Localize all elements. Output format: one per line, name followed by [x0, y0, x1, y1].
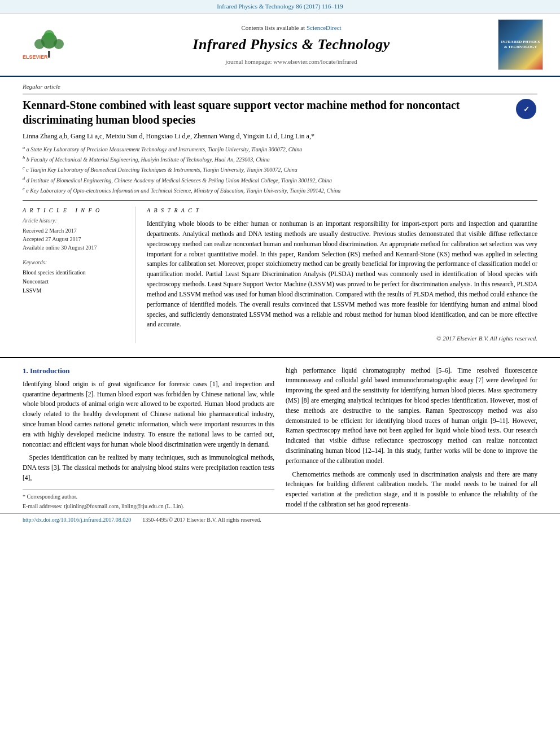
keyword-1: Blood species identification: [23, 268, 126, 277]
accepted-date: Accepted 27 August 2017: [23, 235, 126, 243]
journal-masthead: ELSEVIER Contents lists available at Sci…: [0, 14, 560, 77]
affiliation-e: e e Key Laboratory of Opto-electronics I…: [23, 186, 537, 195]
abstract-text: Identifying whole bloods to be either hu…: [147, 219, 537, 330]
affiliation-b: b b Faculty of Mechanical & Material Eng…: [23, 155, 537, 164]
affiliation-d: d d Institute of Biomedical Engineering,…: [23, 176, 537, 185]
received-date: Received 2 March 2017: [23, 226, 126, 235]
body-right-col: high performance liquid chromatography m…: [286, 366, 537, 513]
journal-cover-area: INFRARED PHYSICS & TECHNOLOGY: [492, 19, 549, 70]
section1-title: 1. Introduction: [23, 366, 274, 376]
history-subtitle: Article history:: [23, 217, 126, 225]
journal-header-bar: Infrared Physics & Technology 86 (2017) …: [0, 0, 560, 14]
body-left-col: 1. Introduction Identifying blood origin…: [23, 366, 274, 513]
footnote-area: * Corresponding author. E-mail addresses…: [23, 489, 274, 510]
sciencedirect-line: Contents lists available at ScienceDirec…: [241, 24, 341, 32]
available-date: Available online 30 August 2017: [23, 243, 126, 252]
svg-point-4: [44, 30, 54, 40]
email-note: E-mail addresses: tjulinling@foxmail.com…: [23, 503, 274, 510]
section1-right-body: high performance liquid chromatography m…: [286, 366, 537, 510]
footer-bar: http://dx.doi.org/10.1016/j.infrared.201…: [0, 513, 560, 526]
info-abstract-section: A R T I C L E I N F O Article history: R…: [23, 200, 537, 343]
keyword-3: LSSVM: [23, 286, 126, 295]
journal-cover-image: INFRARED PHYSICS & TECHNOLOGY: [498, 19, 543, 70]
affiliation-a: a a State Key Laboratory of Precision Me…: [23, 145, 537, 154]
article-header-row: Kennard-Stone combined with least square…: [23, 98, 537, 127]
intro-para-2: Species identification can be realized b…: [23, 453, 274, 483]
keywords-label: Keywords:: [23, 259, 126, 267]
article-info-panel: A R T I C L E I N F O Article history: R…: [23, 207, 135, 343]
journal-homepage: journal homepage: www.elsevier.com/locat…: [225, 58, 357, 66]
svg-text:ELSEVIER: ELSEVIER: [23, 54, 48, 60]
corresponding-author-note: * Corresponding author.: [23, 493, 274, 501]
section1-body: Identifying blood origin is of great sig…: [23, 379, 274, 483]
doi-link[interactable]: http://dx.doi.org/10.1016/j.infrared.201…: [23, 516, 131, 524]
history-section: A R T I C L E I N F O Article history: R…: [23, 207, 126, 252]
journal-issue-text: Infrared Physics & Technology 86 (2017) …: [217, 3, 343, 10]
issn-text: 1350-4495/© 2017 Elsevier B.V. All right…: [142, 516, 261, 524]
keywords-section: Keywords: Blood species identification N…: [23, 259, 126, 295]
affiliation-c: c c Tianjin Key Laboratory of Biomedical…: [23, 165, 537, 174]
svg-text:✓: ✓: [523, 105, 530, 113]
keyword-2: Noncontact: [23, 277, 126, 286]
svg-rect-0: [48, 51, 50, 58]
article-title: Kennard-Stone combined with least square…: [23, 98, 509, 127]
article-type-label: Regular article: [23, 82, 537, 94]
section-divider: [0, 357, 560, 358]
abstract-panel: A B S T R A C T Identifying whole bloods…: [147, 207, 537, 343]
crossmark-badge: ✓: [515, 98, 537, 120]
elsevier-tree-logo: ELSEVIER: [20, 29, 82, 60]
intro-para-1: Identifying blood origin is of great sig…: [23, 379, 274, 450]
svg-point-3: [54, 39, 64, 49]
intro-right-para-2: Chemometrics methods are commonly used i…: [286, 470, 537, 510]
journal-title: Infrared Physics & Technology: [193, 34, 390, 55]
sciencedirect-link[interactable]: ScienceDirect: [307, 24, 342, 31]
intro-right-para-1: high performance liquid chromatography m…: [286, 366, 537, 466]
svg-point-2: [34, 39, 45, 49]
affiliations-block: a a State Key Laboratory of Precision Me…: [23, 145, 537, 195]
publisher-logo-area: ELSEVIER: [11, 19, 90, 70]
keywords-list: Blood species identification Noncontact …: [23, 268, 126, 295]
abstract-heading: A B S T R A C T: [147, 207, 537, 215]
crossmark-icon: ✓: [516, 99, 536, 119]
journal-title-area: Contents lists available at ScienceDirec…: [96, 19, 487, 70]
authors-line: Linna Zhang a,b, Gang Li a,c, Meixiu Sun…: [23, 132, 537, 141]
article-info-heading: A R T I C L E I N F O: [23, 207, 126, 215]
article-content: Regular article Kennard-Stone combined w…: [0, 77, 560, 348]
copyright-notice: © 2017 Elsevier B.V. All rights reserved…: [147, 334, 537, 343]
body-content: 1. Introduction Identifying blood origin…: [0, 366, 560, 513]
